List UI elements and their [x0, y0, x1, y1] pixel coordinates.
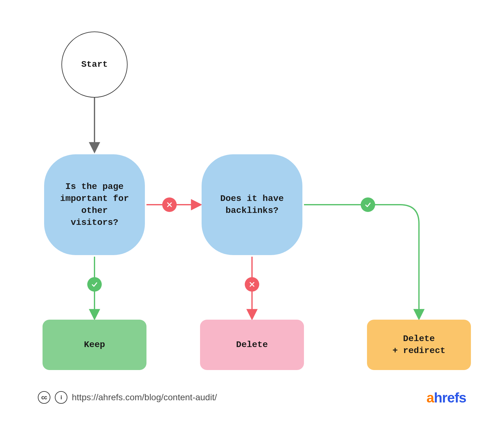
- check-icon: [361, 197, 375, 212]
- decision-has-backlinks: Does it have backlinks?: [202, 154, 302, 255]
- action-delete-redirect: Delete + redirect: [367, 320, 471, 370]
- logo-rest: hrefs: [434, 390, 466, 405]
- decision-important-for-visitors: Is the page important for other visitors…: [44, 154, 145, 255]
- logo-letter-a: a: [427, 390, 434, 405]
- check-icon: [87, 277, 102, 292]
- start-label: Start: [81, 59, 108, 71]
- action-delete-label: Delete: [236, 339, 268, 351]
- attribution-footer: cc i https://ahrefs.com/blog/content-aud…: [38, 391, 217, 404]
- flowchart-canvas: Start Is the page important for other vi…: [0, 0, 504, 439]
- action-delete: Delete: [200, 320, 304, 370]
- source-url: https://ahrefs.com/blog/content-audit/: [72, 392, 217, 402]
- cross-icon: [162, 197, 177, 212]
- cc-by-icon: i: [55, 391, 67, 404]
- cross-icon: [245, 277, 259, 292]
- ahrefs-logo: ahrefs: [427, 390, 466, 406]
- cc-license-icon: cc: [38, 391, 50, 404]
- edge-d2-yes-delr: [304, 205, 419, 318]
- action-keep-label: Keep: [84, 339, 105, 351]
- decision1-label: Is the page important for other visitors…: [57, 181, 132, 228]
- start-node: Start: [61, 31, 128, 98]
- action-delete-redirect-label: Delete + redirect: [392, 333, 445, 357]
- decision2-label: Does it have backlinks?: [214, 193, 290, 217]
- action-keep: Keep: [43, 320, 146, 370]
